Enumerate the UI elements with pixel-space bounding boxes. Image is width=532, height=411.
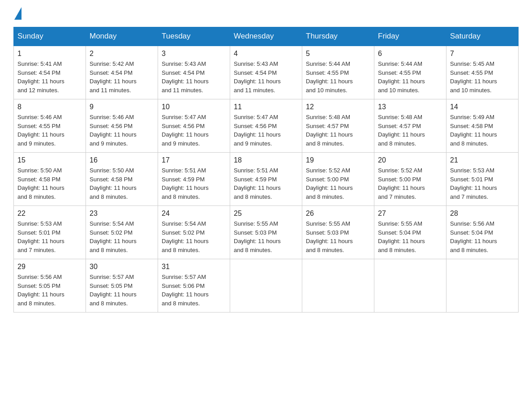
day-info: Sunrise: 5:51 AM Sunset: 4:59 PM Dayligh…: [162, 166, 226, 201]
page-header: [13, 9, 519, 18]
calendar-week-row: 15 Sunrise: 5:50 AM Sunset: 4:58 PM Dayl…: [14, 153, 519, 206]
day-number: 9: [90, 103, 154, 111]
day-info: Sunrise: 5:53 AM Sunset: 5:01 PM Dayligh…: [17, 219, 82, 254]
day-number: 11: [234, 103, 298, 111]
calendar-day-cell: 22 Sunrise: 5:53 AM Sunset: 5:01 PM Dayl…: [14, 206, 86, 259]
day-number: 8: [17, 103, 82, 111]
day-info: Sunrise: 5:48 AM Sunset: 4:57 PM Dayligh…: [306, 113, 370, 148]
calendar-day-cell: [302, 259, 374, 313]
weekday-header-sunday: Sunday: [14, 27, 86, 46]
day-info: Sunrise: 5:48 AM Sunset: 4:57 PM Dayligh…: [378, 113, 442, 148]
weekday-header-saturday: Saturday: [446, 27, 519, 46]
day-number: 13: [378, 103, 442, 111]
calendar-day-cell: 30 Sunrise: 5:57 AM Sunset: 5:05 PM Dayl…: [86, 259, 158, 313]
calendar-day-cell: 28 Sunrise: 5:56 AM Sunset: 5:04 PM Dayl…: [446, 206, 519, 259]
day-info: Sunrise: 5:45 AM Sunset: 4:55 PM Dayligh…: [450, 60, 515, 94]
day-info: Sunrise: 5:57 AM Sunset: 5:06 PM Dayligh…: [162, 273, 226, 308]
day-info: Sunrise: 5:41 AM Sunset: 4:54 PM Dayligh…: [17, 60, 82, 94]
calendar-table: SundayMondayTuesdayWednesdayThursdayFrid…: [13, 27, 519, 313]
day-number: 17: [162, 156, 226, 164]
calendar-day-cell: 16 Sunrise: 5:50 AM Sunset: 4:58 PM Dayl…: [86, 153, 158, 206]
day-info: Sunrise: 5:46 AM Sunset: 4:56 PM Dayligh…: [90, 113, 154, 148]
day-number: 2: [90, 50, 154, 58]
day-info: Sunrise: 5:43 AM Sunset: 4:54 PM Dayligh…: [234, 60, 298, 94]
day-info: Sunrise: 5:54 AM Sunset: 5:02 PM Dayligh…: [90, 219, 154, 254]
day-number: 22: [17, 210, 82, 218]
day-info: Sunrise: 5:44 AM Sunset: 4:55 PM Dayligh…: [306, 60, 370, 94]
calendar-week-row: 1 Sunrise: 5:41 AM Sunset: 4:54 PM Dayli…: [14, 46, 519, 99]
day-number: 6: [378, 50, 442, 58]
day-info: Sunrise: 5:55 AM Sunset: 5:04 PM Dayligh…: [378, 219, 442, 254]
day-info: Sunrise: 5:52 AM Sunset: 5:00 PM Dayligh…: [378, 166, 442, 201]
day-number: 16: [90, 156, 154, 164]
calendar-day-cell: 20 Sunrise: 5:52 AM Sunset: 5:00 PM Dayl…: [374, 153, 446, 206]
calendar-day-cell: 18 Sunrise: 5:51 AM Sunset: 4:59 PM Dayl…: [230, 153, 302, 206]
day-info: Sunrise: 5:49 AM Sunset: 4:58 PM Dayligh…: [450, 113, 515, 148]
logo-triangle-icon: [14, 7, 21, 20]
weekday-header-row: SundayMondayTuesdayWednesdayThursdayFrid…: [14, 27, 519, 46]
weekday-header-wednesday: Wednesday: [230, 27, 302, 46]
calendar-day-cell: 31 Sunrise: 5:57 AM Sunset: 5:06 PM Dayl…: [158, 259, 230, 313]
calendar-day-cell: 25 Sunrise: 5:55 AM Sunset: 5:03 PM Dayl…: [230, 206, 302, 259]
calendar-day-cell: [230, 259, 302, 313]
weekday-header-friday: Friday: [374, 27, 446, 46]
calendar-day-cell: 4 Sunrise: 5:43 AM Sunset: 4:54 PM Dayli…: [230, 46, 302, 99]
calendar-day-cell: 15 Sunrise: 5:50 AM Sunset: 4:58 PM Dayl…: [14, 153, 86, 206]
day-info: Sunrise: 5:42 AM Sunset: 4:54 PM Dayligh…: [90, 60, 154, 94]
calendar-day-cell: 9 Sunrise: 5:46 AM Sunset: 4:56 PM Dayli…: [86, 99, 158, 153]
calendar-week-row: 29 Sunrise: 5:56 AM Sunset: 5:05 PM Dayl…: [14, 259, 519, 313]
day-info: Sunrise: 5:55 AM Sunset: 5:03 PM Dayligh…: [234, 219, 298, 254]
day-number: 3: [162, 50, 226, 58]
calendar-day-cell: 14 Sunrise: 5:49 AM Sunset: 4:58 PM Dayl…: [446, 99, 519, 153]
day-info: Sunrise: 5:51 AM Sunset: 4:59 PM Dayligh…: [234, 166, 298, 201]
calendar-day-cell: 5 Sunrise: 5:44 AM Sunset: 4:55 PM Dayli…: [302, 46, 374, 99]
day-info: Sunrise: 5:55 AM Sunset: 5:03 PM Dayligh…: [306, 219, 370, 254]
day-info: Sunrise: 5:52 AM Sunset: 5:00 PM Dayligh…: [306, 166, 370, 201]
day-number: 25: [234, 210, 298, 218]
calendar-day-cell: 24 Sunrise: 5:54 AM Sunset: 5:02 PM Dayl…: [158, 206, 230, 259]
day-info: Sunrise: 5:47 AM Sunset: 4:56 PM Dayligh…: [162, 113, 226, 148]
calendar-day-cell: [446, 259, 519, 313]
calendar-day-cell: [374, 259, 446, 313]
calendar-day-cell: 7 Sunrise: 5:45 AM Sunset: 4:55 PM Dayli…: [446, 46, 519, 99]
day-number: 28: [450, 210, 515, 218]
day-number: 4: [234, 50, 298, 58]
calendar-day-cell: 13 Sunrise: 5:48 AM Sunset: 4:57 PM Dayl…: [374, 99, 446, 153]
day-info: Sunrise: 5:47 AM Sunset: 4:56 PM Dayligh…: [234, 113, 298, 148]
calendar-day-cell: 8 Sunrise: 5:46 AM Sunset: 4:55 PM Dayli…: [14, 99, 86, 153]
day-number: 5: [306, 50, 370, 58]
calendar-day-cell: 23 Sunrise: 5:54 AM Sunset: 5:02 PM Dayl…: [86, 206, 158, 259]
calendar-day-cell: 2 Sunrise: 5:42 AM Sunset: 4:54 PM Dayli…: [86, 46, 158, 99]
calendar-day-cell: 21 Sunrise: 5:53 AM Sunset: 5:01 PM Dayl…: [446, 153, 519, 206]
day-number: 29: [17, 263, 82, 271]
weekday-header-monday: Monday: [86, 27, 158, 46]
weekday-header-thursday: Thursday: [302, 27, 374, 46]
day-number: 21: [450, 156, 515, 164]
day-number: 26: [306, 210, 370, 218]
day-number: 18: [234, 156, 298, 164]
day-info: Sunrise: 5:54 AM Sunset: 5:02 PM Dayligh…: [162, 219, 226, 254]
day-info: Sunrise: 5:57 AM Sunset: 5:05 PM Dayligh…: [90, 273, 154, 308]
day-number: 1: [17, 50, 82, 58]
day-number: 24: [162, 210, 226, 218]
day-number: 12: [306, 103, 370, 111]
day-number: 20: [378, 156, 442, 164]
day-number: 31: [162, 263, 226, 271]
day-number: 10: [162, 103, 226, 111]
day-number: 27: [378, 210, 442, 218]
calendar-day-cell: 6 Sunrise: 5:44 AM Sunset: 4:55 PM Dayli…: [374, 46, 446, 99]
calendar-day-cell: 1 Sunrise: 5:41 AM Sunset: 4:54 PM Dayli…: [14, 46, 86, 99]
day-info: Sunrise: 5:56 AM Sunset: 5:05 PM Dayligh…: [17, 273, 82, 308]
day-info: Sunrise: 5:43 AM Sunset: 4:54 PM Dayligh…: [162, 60, 226, 94]
weekday-header-tuesday: Tuesday: [158, 27, 230, 46]
day-number: 23: [90, 210, 154, 218]
day-number: 15: [17, 156, 82, 164]
calendar-week-row: 22 Sunrise: 5:53 AM Sunset: 5:01 PM Dayl…: [14, 206, 519, 259]
calendar-day-cell: 26 Sunrise: 5:55 AM Sunset: 5:03 PM Dayl…: [302, 206, 374, 259]
day-number: 14: [450, 103, 515, 111]
day-info: Sunrise: 5:53 AM Sunset: 5:01 PM Dayligh…: [450, 166, 515, 201]
calendar-day-cell: 11 Sunrise: 5:47 AM Sunset: 4:56 PM Dayl…: [230, 99, 302, 153]
day-number: 19: [306, 156, 370, 164]
calendar-day-cell: 27 Sunrise: 5:55 AM Sunset: 5:04 PM Dayl…: [374, 206, 446, 259]
calendar-day-cell: 12 Sunrise: 5:48 AM Sunset: 4:57 PM Dayl…: [302, 99, 374, 153]
